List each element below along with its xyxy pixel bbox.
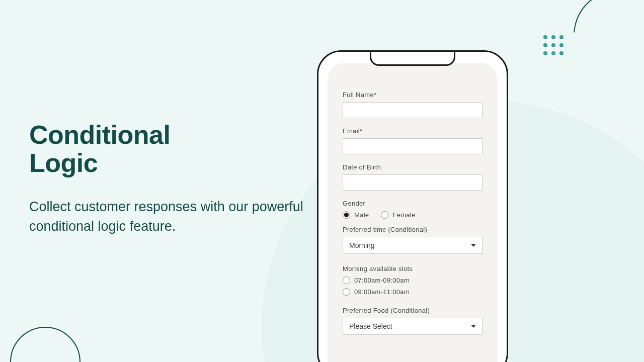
- radio-icon: [343, 211, 350, 219]
- full-name-input[interactable]: [343, 102, 482, 118]
- page-title: Conditional Logic: [29, 121, 311, 177]
- radio-icon: [343, 277, 350, 284]
- field-gender: Gender Male Female: [343, 200, 482, 219]
- decorative-dots: [543, 35, 564, 55]
- decorative-arc-bottom: [10, 327, 80, 362]
- dob-input[interactable]: [343, 174, 482, 191]
- phone-notch: [370, 52, 455, 66]
- field-morning-slots: Morning available slots 07:00am-09:00am …: [343, 265, 482, 296]
- dob-label: Date of Birth: [343, 163, 482, 171]
- chevron-down-icon: [471, 325, 476, 328]
- page-subtitle: Collect customer responses with our powe…: [29, 197, 311, 236]
- preferred-food-label: Preferred Food (Conditional): [343, 307, 482, 314]
- decorative-arc-top: [567, 0, 644, 87]
- title-line-2: Logic: [29, 148, 98, 177]
- hero-text: Conditional Logic Collect customer respo…: [29, 121, 311, 237]
- field-preferred-food: Preferred Food (Conditional) Please Sele…: [343, 307, 482, 335]
- preferred-food-value: Please Select: [349, 322, 392, 330]
- full-name-label: Full Name*: [343, 91, 482, 99]
- slot-2-label: 09:00am-11:00am: [354, 288, 410, 296]
- gender-male-label: Male: [354, 211, 369, 219]
- radio-icon: [381, 211, 388, 219]
- preferred-time-select[interactable]: Morning: [343, 237, 482, 254]
- preferred-time-value: Morning: [349, 241, 375, 249]
- email-label: Email*: [343, 127, 482, 135]
- chevron-down-icon: [471, 244, 476, 247]
- gender-label: Gender: [343, 200, 482, 207]
- field-preferred-time: Preferred time (Conditional) Morning: [343, 226, 482, 254]
- gender-female-label: Female: [392, 211, 415, 219]
- slot-option-2[interactable]: 09:00am-11:00am: [343, 288, 482, 296]
- field-dob: Date of Birth: [343, 163, 482, 191]
- phone-mockup: Full Name* Email* Date of Birth Gender M…: [317, 50, 508, 362]
- radio-icon: [343, 288, 350, 296]
- gender-option-female[interactable]: Female: [381, 211, 415, 219]
- preferred-time-label: Preferred time (Conditional): [343, 226, 482, 233]
- field-email: Email*: [343, 127, 482, 154]
- field-full-name: Full Name*: [343, 91, 482, 118]
- title-line-1: Conditional: [29, 120, 170, 149]
- slot-1-label: 07:00am-09:00am: [354, 277, 410, 284]
- preferred-food-select[interactable]: Please Select: [343, 318, 482, 335]
- slot-option-1[interactable]: 07:00am-09:00am: [343, 277, 482, 284]
- morning-slots-label: Morning available slots: [343, 265, 482, 273]
- phone-screen: Full Name* Email* Date of Birth Gender M…: [328, 63, 498, 362]
- gender-option-male[interactable]: Male: [343, 211, 369, 219]
- email-input[interactable]: [343, 138, 482, 154]
